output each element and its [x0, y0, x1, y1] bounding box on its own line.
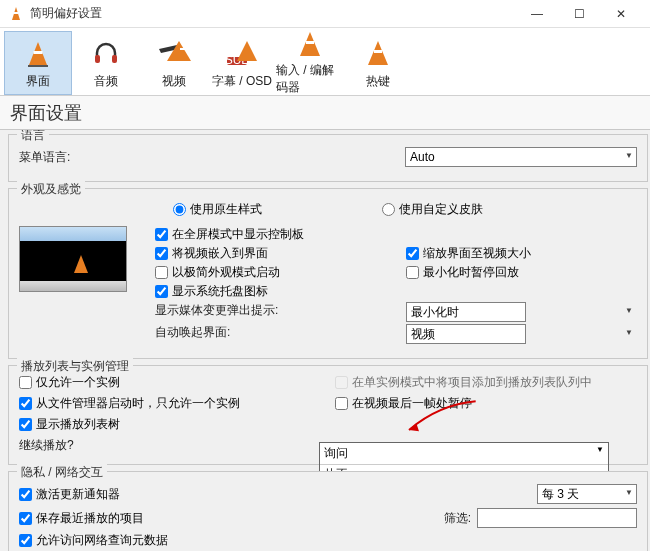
svg-rect-4 [28, 65, 48, 67]
tab-audio[interactable]: 音频 [72, 31, 140, 95]
app-icon [8, 6, 24, 22]
tab-subs[interactable]: SUB 字幕 / OSD [208, 31, 276, 95]
cb-update-notify[interactable]: 激活更新通知器 [19, 486, 531, 503]
tab-codec-label: 输入 / 编解码器 [276, 62, 344, 96]
update-freq-select[interactable]: 每 3 天 [537, 484, 637, 504]
settings-scroll[interactable]: 语言 菜单语言: Auto 外观及感觉 使用原生样式 使用自定义皮肤 在全屏模式… [0, 130, 650, 551]
cb-playlist-tree[interactable]: 显示播放列表树 [19, 416, 321, 433]
radio-native-style[interactable]: 使用原生样式 [173, 201, 262, 218]
menu-lang-select[interactable]: Auto [405, 147, 637, 167]
cb-single-enqueue: 在单实例模式中将项目添加到播放列表队列中 [335, 374, 637, 391]
tab-hotkey-label: 热键 [366, 73, 390, 90]
subtitle-icon: SUB [224, 37, 260, 71]
clapper-icon [156, 37, 192, 71]
cb-minimal-start[interactable]: 以极简外观模式启动 [155, 264, 386, 281]
cb-systray[interactable]: 显示系统托盘图标 [155, 283, 386, 300]
group-language-title: 语言 [17, 130, 49, 144]
hotkey-icon [360, 37, 396, 71]
svg-rect-3 [34, 51, 43, 54]
preview-thumbnail [19, 226, 127, 292]
filter-input[interactable] [477, 508, 637, 528]
tab-interface-label: 界面 [26, 73, 50, 90]
tab-audio-label: 音频 [94, 73, 118, 90]
maximize-button[interactable]: ☐ [558, 0, 600, 27]
tab-interface[interactable]: 界面 [4, 31, 72, 95]
media-change-label: 显示媒体变更弹出提示: [155, 302, 386, 322]
cb-pause-minimize[interactable]: 最小化时暂停回放 [406, 264, 637, 281]
tab-hotkey[interactable]: 热键 [344, 31, 412, 95]
group-playlist-title: 播放列表与实例管理 [17, 358, 133, 375]
menu-lang-label: 菜单语言: [19, 149, 399, 166]
group-privacy: 隐私 / 网络交互 激活更新通知器 每 3 天 保存最近播放的项目 筛选: 允许… [8, 471, 648, 551]
section-header-text: 界面设置 [10, 101, 82, 125]
filter-label: 筛选: [444, 510, 471, 527]
svg-rect-1 [14, 12, 18, 14]
title-bar: 简明偏好设置 — ☐ ✕ [0, 0, 650, 28]
svg-marker-8 [167, 41, 191, 61]
cb-fullscreen-ctrl[interactable]: 在全屏模式中显示控制板 [155, 226, 386, 243]
auto-raise-select[interactable]: 视频 [406, 324, 526, 344]
group-language: 语言 菜单语言: Auto [8, 134, 648, 182]
svg-rect-14 [306, 41, 314, 44]
svg-rect-5 [95, 55, 100, 63]
headphones-icon [88, 37, 124, 71]
cb-pause-last-frame[interactable]: 在视频最后一帧处暂停 [335, 395, 637, 412]
group-look: 外观及感觉 使用原生样式 使用自定义皮肤 在全屏模式中显示控制板 将视频嵌入到界… [8, 188, 648, 359]
cb-from-fm-one[interactable]: 从文件管理器启动时，只允许一个实例 [19, 395, 321, 412]
radio-custom-skin[interactable]: 使用自定义皮肤 [382, 201, 483, 218]
cb-one-instance[interactable]: 仅允许一个实例 [19, 374, 321, 391]
codec-icon [292, 30, 328, 60]
svg-marker-12 [237, 41, 257, 61]
group-playlist: 播放列表与实例管理 仅允许一个实例 在单实例模式中将项目添加到播放列表队列中 从… [8, 365, 648, 465]
tab-video-label: 视频 [162, 73, 186, 90]
close-button[interactable]: ✕ [600, 0, 642, 27]
group-look-title: 外观及感觉 [17, 181, 85, 198]
auto-raise-label: 自动唤起界面: [155, 324, 386, 344]
svg-rect-9 [180, 48, 186, 50]
continue-label: 继续播放? [19, 437, 321, 454]
group-privacy-title: 隐私 / 网络交互 [17, 464, 107, 481]
cone-icon [20, 37, 56, 71]
chevron-down-icon: ▼ [596, 445, 604, 462]
cb-embed-video[interactable]: 将视频嵌入到界面 [155, 245, 386, 262]
svg-rect-6 [112, 55, 117, 63]
section-header: 界面设置 [0, 96, 650, 130]
minimize-button[interactable]: — [516, 0, 558, 27]
tab-video[interactable]: 视频 [140, 31, 208, 95]
continue-current[interactable]: 询问▼ [320, 443, 608, 465]
category-tabs: 界面 音频 视频 SUB 字幕 / OSD 输入 / 编解码器 热键 [0, 28, 650, 96]
tab-codec[interactable]: 输入 / 编解码器 [276, 31, 344, 95]
cb-resize-to-video[interactable]: 缩放界面至视频大小 [406, 245, 637, 262]
cb-save-recent[interactable]: 保存最近播放的项目 [19, 510, 438, 527]
svg-rect-16 [374, 50, 382, 53]
tab-subs-label: 字幕 / OSD [212, 73, 272, 90]
cb-allow-net-meta[interactable]: 允许访问网络查询元数据 [19, 532, 168, 549]
window-title: 简明偏好设置 [30, 5, 516, 22]
media-change-select[interactable]: 最小化时 [406, 302, 526, 322]
